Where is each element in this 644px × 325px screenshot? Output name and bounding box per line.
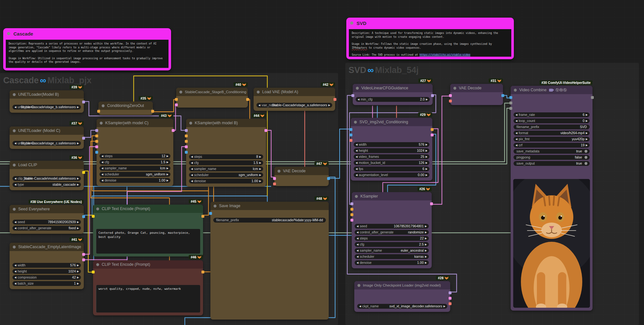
increment-arrow[interactable]: ▶	[586, 119, 588, 122]
widget-sampler_name[interactable]: ◀sampler_namelcm▶	[99, 166, 170, 171]
output-port-pink[interactable]	[431, 134, 434, 136]
output-port-blue[interactable]	[501, 94, 504, 97]
input-port-blue[interactable]	[509, 96, 512, 99]
collapse-dot[interactable]	[355, 195, 358, 198]
increment-arrow[interactable]: ▶	[77, 106, 79, 109]
decrement-arrow[interactable]: ◀	[101, 155, 103, 158]
node-save-image[interactable]: #48 Save Image filename_prefixstablecasc…	[210, 202, 329, 320]
note-body[interactable]: Description: A technique used for transf…	[349, 29, 511, 57]
decrement-arrow[interactable]: ◀	[14, 282, 16, 285]
decrement-arrow[interactable]: ◀	[356, 174, 357, 176]
increment-arrow[interactable]: ▶	[586, 132, 588, 134]
increment-arrow[interactable]: ▶	[259, 167, 261, 170]
decrement-arrow[interactable]: ◀	[191, 167, 193, 170]
node-seed-everywhere[interactable]: #38 Use Everywhere (UE Nodes) Seed Every…	[10, 205, 84, 234]
decrement-arrow[interactable]: ◀	[356, 149, 357, 152]
output-port-orange[interactable]	[201, 271, 204, 273]
increment-arrow[interactable]: ▶	[425, 249, 427, 252]
widget-control_after_generate[interactable]: ◀control_after_generaterandomize▶	[355, 230, 429, 235]
node-load-vae-model-a[interactable]: #42 Load VAE (Model A) ◀vae_nameStable-C…	[254, 88, 335, 111]
increment-arrow[interactable]: ▶	[259, 155, 261, 158]
node-svd-img2vid-conditioning[interactable]: #29 SVD_img2vid_Conditioning ◀width576▶◀…	[351, 118, 432, 181]
output-port-red[interactable]	[334, 98, 336, 101]
decrement-arrow[interactable]: ◀	[356, 161, 357, 164]
input-port-orange[interactable]	[350, 213, 353, 216]
increment-arrow[interactable]: ▶	[444, 305, 445, 308]
input-port-blue[interactable]	[185, 151, 188, 154]
output-port-purple[interactable]	[449, 291, 452, 294]
decrement-arrow[interactable]: ◀	[14, 142, 16, 145]
collapse-dot[interactable]	[514, 89, 517, 92]
input-port-purple[interactable]	[185, 129, 188, 132]
widget-scheduler[interactable]: ◀schedulersgm_uniform▶	[189, 173, 263, 177]
node-header[interactable]: SVD_img2vid_Conditioning	[351, 118, 432, 126]
decrement-arrow[interactable]: ◀	[515, 138, 517, 141]
decrement-arrow[interactable]: ◀	[14, 221, 16, 223]
widget-width[interactable]: ◀width576▶	[354, 142, 429, 147]
toggle-knob[interactable]	[585, 162, 587, 165]
decrement-arrow[interactable]: ◀	[14, 177, 16, 180]
node-header[interactable]: CLIP Text Encode (Prompt)	[93, 205, 203, 213]
node-video-combine[interactable]: #30 ComfyUI-VideoHelperSuite Video Combi…	[511, 86, 593, 311]
toggle-knob[interactable]	[585, 150, 587, 153]
widget-compression[interactable]: ◀compression42▶	[12, 275, 81, 280]
collapse-dot[interactable]	[354, 121, 357, 124]
increment-arrow[interactable]: ▶	[426, 161, 428, 164]
widget-denoise[interactable]: ◀denoise1.00▶	[99, 178, 170, 183]
collapse-dot[interactable]	[357, 284, 360, 287]
increment-arrow[interactable]: ▶	[77, 177, 79, 180]
widget-seed[interactable]: ◀seed1067853917964801▶	[355, 224, 429, 229]
widget-cfg[interactable]: ◀cfg2.5▶	[355, 242, 429, 247]
increment-arrow[interactable]: ▶	[259, 180, 261, 183]
decrement-arrow[interactable]: ◀	[258, 104, 260, 107]
increment-arrow[interactable]: ▶	[77, 282, 79, 285]
increment-arrow[interactable]: ▶	[586, 138, 588, 141]
input-port-pink[interactable]	[95, 145, 98, 148]
output-port-pink[interactable]	[430, 202, 433, 205]
increment-arrow[interactable]: ▶	[426, 155, 428, 158]
widget-scheduler[interactable]: ◀schedulerkarras▶	[355, 254, 429, 259]
widget-ckpt_name[interactable]: ◀ckpt_namesvd_xt_image_decoder.safetenso…	[357, 304, 447, 309]
input-port-pink[interactable]	[185, 145, 188, 148]
increment-arrow[interactable]: ▶	[425, 243, 427, 246]
input-port-orange[interactable]	[175, 98, 178, 101]
decrement-arrow[interactable]: ◀	[191, 161, 193, 164]
node-conditioningzeroout[interactable]: #35 ConditioningZeroOut	[98, 102, 153, 115]
collapse-dot[interactable]	[214, 205, 216, 207]
input-port-blue[interactable]	[209, 212, 212, 215]
output-port-gray[interactable]	[591, 96, 594, 99]
node-ksampler-model-b[interactable]: #44 KSampler(with model B) ◀steps8▶◀cfg1…	[186, 119, 266, 187]
node-header[interactable]: ConditioningZeroOut	[98, 102, 153, 110]
widget-clip_name[interactable]: ◀clip_nameStable-Cascade\model.safetenso…	[12, 176, 81, 181]
decrement-arrow[interactable]: ◀	[356, 167, 357, 170]
input-port-purple[interactable]	[350, 202, 353, 205]
input-port-blue[interactable]	[95, 151, 98, 154]
node-header[interactable]: Seed Everywhere	[10, 205, 84, 213]
note-body[interactable]: Description: Represents a series of proc…	[6, 40, 169, 68]
input-port-orange[interactable]	[95, 140, 98, 143]
decrement-arrow[interactable]: ◀	[101, 173, 103, 176]
output-port-blue[interactable]	[327, 177, 330, 180]
widget-motion_bucket_id[interactable]: ◀motion_bucket_id126▶	[354, 160, 429, 165]
increment-arrow[interactable]: ▶	[426, 98, 428, 101]
node-clip-text-encode-positive[interactable]: #45 CLIP Text Encode (Prompt) Centered p…	[93, 205, 203, 256]
widget-steps[interactable]: ◀steps12▶	[99, 154, 170, 158]
input-port-orange[interactable]	[95, 134, 98, 137]
input-port-gray[interactable]	[509, 107, 512, 110]
node-header[interactable]: Image Only Checkpoint Loader (img2vid mo…	[354, 281, 450, 289]
decrement-arrow[interactable]: ◀	[191, 155, 193, 158]
decrement-arrow[interactable]: ◀	[359, 305, 361, 308]
widget-sampler_name[interactable]: ◀sampler_namelcm▶	[189, 167, 263, 171]
collapse-dot[interactable]	[179, 91, 182, 93]
decrement-arrow[interactable]: ◀	[101, 179, 103, 182]
increment-arrow[interactable]: ▶	[426, 174, 428, 176]
collapse-dot[interactable]	[13, 93, 16, 96]
input-port-pink[interactable]	[175, 103, 178, 106]
collapse-dot[interactable]	[13, 208, 16, 211]
decrement-arrow[interactable]: ◀	[356, 143, 357, 146]
widget-batch_size[interactable]: ◀batch_size1▶	[12, 281, 81, 286]
node-header[interactable]: CLIP Text Encode (Prompt)	[93, 260, 203, 269]
output-port-pink[interactable]	[264, 129, 267, 132]
input-port-pink[interactable]	[449, 94, 452, 97]
widget-format[interactable]: ◀formatvideo/h264-mp4▶	[514, 131, 590, 135]
